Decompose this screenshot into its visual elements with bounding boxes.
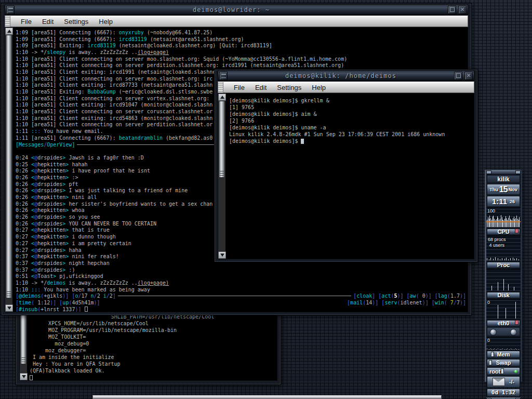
eth0-tx-knob[interactable] bbox=[510, 329, 517, 336]
date-day: Thu bbox=[489, 187, 498, 192]
kilik-terminal-window[interactable]: deimos@kilik: /home/deimos ✕ File Edit S… bbox=[214, 69, 478, 262]
scroll-down-button[interactable] bbox=[5, 304, 13, 312]
mem-krell[interactable] bbox=[491, 352, 494, 357]
menu-item-settings[interactable]: Settings bbox=[272, 84, 307, 91]
eth0-label: eth0 bbox=[498, 320, 510, 326]
terminal-line: 1:10 ::: You have been marked as being a… bbox=[16, 286, 466, 293]
gkrellm-hostname[interactable]: kilik bbox=[487, 175, 520, 183]
cpu-baseline bbox=[486, 221, 521, 222]
swap-krell[interactable] bbox=[489, 360, 492, 365]
eth0-chart[interactable]: 0 bbox=[486, 299, 521, 320]
terminal-line: [deimos@kilik deimos]$ bbox=[229, 138, 473, 144]
disk-label: Disk bbox=[497, 292, 509, 298]
menubar-grip[interactable] bbox=[5, 16, 10, 26]
date-number: 15 bbox=[499, 185, 508, 194]
scrollbar-thumb[interactable] bbox=[6, 35, 12, 298]
terminal-line: 0:37 <@drspides> :) bbox=[16, 267, 466, 273]
terminal-line: [@deimos(+gikls)] [o/17 n/2 i/2][cloak] … bbox=[16, 293, 466, 300]
mem-meter[interactable]: Mem bbox=[487, 351, 520, 358]
terminal-line: (QFA)Talkback loaded Ok. bbox=[30, 367, 276, 374]
uptime-value: 0d 1:32 bbox=[491, 389, 515, 396]
proc-stats: 68 procs 4 users bbox=[488, 237, 506, 248]
terminal-line: I am inside the initialize bbox=[30, 354, 276, 361]
bottom-terminal-window[interactable]: SHLIB_PATH=/usr/lib/netscape/Cool XPCS_H… bbox=[16, 311, 281, 385]
terminal-scrollbar[interactable] bbox=[5, 28, 13, 312]
terminal-scrollbar[interactable] bbox=[20, 312, 28, 380]
menu-item-help[interactable]: Help bbox=[94, 18, 118, 25]
scrollbar-thumb[interactable] bbox=[219, 101, 225, 178]
scroll-up-button[interactable] bbox=[218, 94, 226, 101]
maximize-button[interactable] bbox=[454, 72, 462, 80]
menubar: File Edit Settings Help bbox=[218, 82, 474, 93]
disk-panel[interactable]: Disk bbox=[487, 292, 520, 298]
proc-panel[interactable]: Proc bbox=[487, 262, 520, 268]
close-button[interactable]: ✕ bbox=[464, 72, 473, 80]
scroll-up-button[interactable] bbox=[5, 28, 13, 35]
close-button[interactable]: ✕ bbox=[458, 6, 467, 14]
root-fs-meter[interactable]: root bbox=[487, 367, 520, 375]
clock-time: 1:11 bbox=[492, 197, 507, 206]
uptime-panel[interactable]: 0d 1:32 bbox=[487, 389, 520, 396]
terminal-line: [deimos@kilik deimos]$ uname -a bbox=[229, 124, 473, 131]
scrollbar-thumb[interactable] bbox=[20, 312, 26, 364]
terminal-line: MOZ_PROGRAM=/usr/lib/netscape/mozilla-bi… bbox=[30, 327, 276, 334]
terminal-line: XPCS_HOME=/usr/lib/netscape/Cool bbox=[30, 320, 276, 327]
eth0-knobs-panel[interactable] bbox=[487, 327, 520, 336]
menubar-grip[interactable] bbox=[218, 82, 223, 92]
menu-item-file[interactable]: File bbox=[229, 84, 250, 91]
eth0-rx-knob[interactable] bbox=[490, 329, 497, 336]
swap-meter[interactable]: Swap bbox=[487, 359, 520, 366]
cpu-panel[interactable]: CPU bbox=[487, 229, 520, 235]
window-menu-icon bbox=[221, 74, 226, 78]
window-titlebar[interactable]: deimos@kilik: /home/deimos ✕ bbox=[218, 70, 474, 82]
arrow-up-icon bbox=[220, 96, 224, 99]
mail-envelope-icon bbox=[493, 378, 505, 386]
disk-sparkline bbox=[487, 270, 520, 290]
arrow-down-icon bbox=[220, 254, 224, 257]
gkrellm-monitor[interactable]: kilik Thu 15 Nov 1:11 26 100 CPU 68 proc… bbox=[485, 170, 522, 382]
disk-chart[interactable] bbox=[486, 269, 521, 291]
window-menu-button[interactable] bbox=[219, 72, 228, 80]
proc-label: Proc bbox=[497, 262, 510, 268]
gkrellm-clock[interactable]: 1:11 26 bbox=[487, 196, 520, 207]
maximize-icon bbox=[450, 7, 455, 12]
net-chart[interactable]: 0 bbox=[486, 337, 521, 350]
terminal-line: Hey : You are in QFA Startup bbox=[30, 361, 276, 367]
menu-item-settings[interactable]: Settings bbox=[59, 18, 94, 25]
shell-output-terminal[interactable]: SHLIB_PATH=/usr/lib/netscape/Cool XPCS_H… bbox=[30, 312, 276, 380]
window-title: deimos@lowrider: ~ bbox=[16, 6, 447, 14]
menu-item-edit[interactable]: Edit bbox=[250, 84, 272, 91]
terminal-line: 1:10 [area51] Client connecting on serve… bbox=[16, 56, 466, 62]
close-icon: ✕ bbox=[460, 7, 464, 12]
partial-window-edge[interactable] bbox=[92, 395, 442, 399]
proc-chart[interactable]: 68 procs 4 users bbox=[486, 235, 521, 261]
menu-item-file[interactable]: File bbox=[16, 18, 37, 25]
cpu-led bbox=[515, 229, 518, 233]
maximize-icon bbox=[456, 73, 461, 78]
terminal-line: 1:10 -> */deimos is away.. zZzZzZzZz ..(… bbox=[16, 280, 466, 286]
terminal-line bbox=[30, 374, 276, 380]
gkrellm-date[interactable]: Thu 15 Nov bbox=[487, 184, 520, 195]
terminal-scrollbar[interactable] bbox=[218, 94, 226, 259]
menu-item-help[interactable]: Help bbox=[307, 84, 331, 91]
shell-terminal[interactable]: [deimos@kilik deimos]$ gkrellm &[1] 9765… bbox=[229, 94, 473, 259]
net-scale-label: 0 bbox=[487, 338, 490, 343]
cpu-chart[interactable]: 100 bbox=[486, 207, 521, 228]
window-menu-button[interactable] bbox=[6, 6, 15, 14]
terminal-line: [1] 9765 bbox=[229, 104, 473, 111]
window-titlebar[interactable]: deimos@lowrider: ~ ✕ bbox=[5, 4, 468, 16]
root-fs-label: root bbox=[489, 368, 500, 375]
eth0-sparkline bbox=[487, 300, 520, 318]
mail-panel[interactable]: -/- bbox=[487, 376, 520, 388]
maximize-button[interactable] bbox=[448, 6, 456, 14]
scroll-down-button[interactable] bbox=[20, 373, 28, 380]
cpu-scale-label: 100 bbox=[487, 208, 495, 214]
scroll-down-button[interactable] bbox=[218, 251, 226, 259]
cpu-label: CPU bbox=[497, 229, 509, 235]
eth0-panel[interactable]: eth0 bbox=[487, 320, 520, 326]
terminal-line: 1:09 [area51] Exiting: ircd83119 (netsai… bbox=[16, 42, 466, 49]
gkrellm-top-cap[interactable] bbox=[486, 170, 521, 175]
menu-item-edit[interactable]: Edit bbox=[37, 18, 59, 25]
root-fs-krell[interactable] bbox=[501, 368, 504, 374]
fs-mounted-led bbox=[514, 370, 517, 373]
